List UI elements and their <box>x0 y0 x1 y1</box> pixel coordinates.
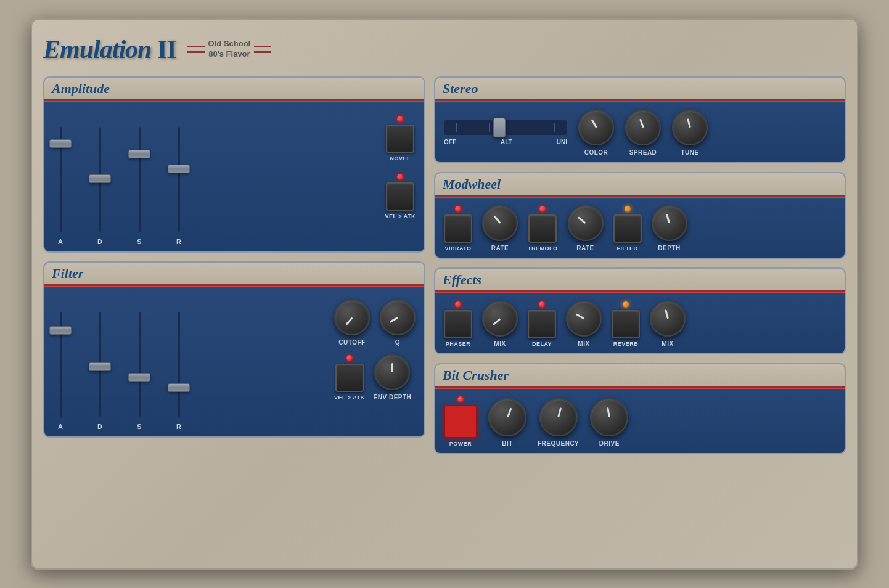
reverb-button[interactable] <box>612 310 640 338</box>
amp-slider-s-handle[interactable] <box>128 150 150 158</box>
right-col: Stereo <box>434 76 846 557</box>
amp-slider-a-track[interactable] <box>53 127 68 232</box>
modwheel-panel: Modwheel VIBRATO <box>434 172 846 259</box>
delay-mix-knob[interactable] <box>566 301 602 337</box>
stereo-slider-labels: OFF ALT UNI <box>444 139 567 145</box>
tagline-line-top2 <box>254 46 271 48</box>
main-layout: Amplitude <box>43 76 846 557</box>
vibrato-rate-wrapper: RATE <box>482 205 518 251</box>
reverb-mix-knob[interactable] <box>650 301 686 337</box>
filter-slider-r-handle[interactable] <box>168 383 190 392</box>
filter-slider-d-handle[interactable] <box>89 362 111 371</box>
vel-atk-button[interactable] <box>386 182 414 211</box>
amp-slider-s-track[interactable] <box>132 127 147 232</box>
delay-mix-label: MIX <box>578 340 589 347</box>
tagline-line-top <box>187 46 205 48</box>
filter-slider-s-track[interactable] <box>132 312 147 417</box>
depth-knob[interactable] <box>652 205 687 241</box>
reverb-mix-tick <box>665 309 669 319</box>
depth-knob-tick <box>666 214 670 223</box>
color-label: COLOR <box>584 149 608 156</box>
line2 <box>473 123 474 132</box>
freq-knob[interactable] <box>539 398 578 436</box>
filter-slider-d-track[interactable] <box>92 312 107 417</box>
color-knob[interactable] <box>578 110 614 145</box>
amp-slider-d: D <box>92 127 107 245</box>
filter-slider-r-track[interactable] <box>171 312 186 417</box>
stereo-slider-lines <box>444 120 567 135</box>
amplitude-content: A D <box>44 101 424 251</box>
tremolo-led <box>539 206 546 212</box>
delay-button[interactable] <box>528 310 556 338</box>
effects-panel: Effects PHASER <box>434 267 846 354</box>
filter-slider-a-label: A <box>58 423 63 430</box>
freq-knob-wrapper: FREQUENCY <box>538 398 579 447</box>
header: Emulation II Old School 80's Flavor <box>43 31 846 68</box>
novel-button[interactable] <box>386 125 414 153</box>
phaser-mix-tick <box>492 318 501 325</box>
filter-slider-r-label: R <box>176 423 181 430</box>
env-depth-label: ENV DEPTH <box>374 394 412 401</box>
cutoff-knob-wrapper: CUTOFF <box>334 300 370 346</box>
delay-control: DELAY <box>528 301 556 347</box>
depth-label: DEPTH <box>658 245 680 251</box>
bit-label: BIT <box>502 440 513 447</box>
phaser-mix-knob[interactable] <box>482 301 518 337</box>
line7 <box>554 123 555 132</box>
stereo-slider-track[interactable] <box>444 120 567 135</box>
tremolo-label: TREMOLO <box>528 245 558 251</box>
novel-led <box>397 116 403 122</box>
filter-slider-d-rail <box>99 312 101 417</box>
amp-slider-r-track[interactable] <box>171 127 186 232</box>
amp-slider-d-rail <box>99 127 101 232</box>
bitcrusher-panel: Bit Crusher POWER <box>434 363 846 454</box>
spread-label: SPREAD <box>629 149 657 156</box>
tune-knob[interactable] <box>672 110 708 145</box>
amp-slider-d-track[interactable] <box>92 127 107 232</box>
env-depth-knob[interactable] <box>374 354 410 390</box>
amp-slider-a-handle[interactable] <box>49 139 72 148</box>
reverb-label: REVERB <box>613 341 639 347</box>
tremolo-rate-knob[interactable] <box>568 205 604 241</box>
env-depth-knob-tick <box>391 363 393 372</box>
vibrato-rate-tick <box>493 215 501 224</box>
amp-slider-r: R <box>171 127 186 245</box>
power-led <box>457 396 464 402</box>
vel-atk-led <box>397 174 403 180</box>
modwheel-header: Modwheel <box>435 173 845 197</box>
filter-vel-atk-button[interactable] <box>335 364 364 392</box>
stereo-slider-handle[interactable] <box>493 118 506 137</box>
spread-knob[interactable] <box>625 110 661 145</box>
amp-slider-d-handle[interactable] <box>89 174 111 183</box>
vibrato-button[interactable] <box>444 214 472 243</box>
filter-slider-a-handle[interactable] <box>49 326 72 335</box>
line1 <box>456 123 457 132</box>
vibrato-label: VIBRATO <box>444 245 471 251</box>
phaser-button[interactable] <box>444 310 472 338</box>
drive-knob[interactable] <box>590 398 628 436</box>
amp-slider-d-label: D <box>97 238 102 245</box>
bitcrusher-controls: POWER BIT <box>444 396 836 447</box>
vibrato-rate-knob[interactable] <box>482 205 518 241</box>
filter-slider-s-rail <box>139 312 141 417</box>
tremolo-button[interactable] <box>528 214 557 243</box>
stereo-label-off: OFF <box>444 139 456 145</box>
filter-slider-d: D <box>92 312 107 430</box>
vibrato-led <box>455 206 461 212</box>
power-button[interactable] <box>444 405 477 438</box>
tremolo-rate-wrapper: RATE <box>568 205 604 251</box>
cutoff-knob[interactable] <box>334 300 370 335</box>
stereo-panel: Stereo <box>434 76 846 163</box>
modwheel-controls: VIBRATO RATE TREM <box>444 205 836 251</box>
reverb-control: REVERB <box>612 301 640 347</box>
q-knob-tick <box>389 317 398 323</box>
tremolo-control: TREMOLO <box>528 206 558 251</box>
delay-led <box>539 301 545 308</box>
amp-controls: NOVEL VEL > ATK <box>385 110 416 219</box>
amp-slider-r-handle[interactable] <box>168 165 190 173</box>
filter-slider-a-track[interactable] <box>53 312 68 417</box>
filter-slider-s-handle[interactable] <box>128 373 150 382</box>
filter-mod-button[interactable] <box>613 214 642 243</box>
bit-knob[interactable] <box>488 398 526 436</box>
q-knob[interactable] <box>380 300 416 335</box>
